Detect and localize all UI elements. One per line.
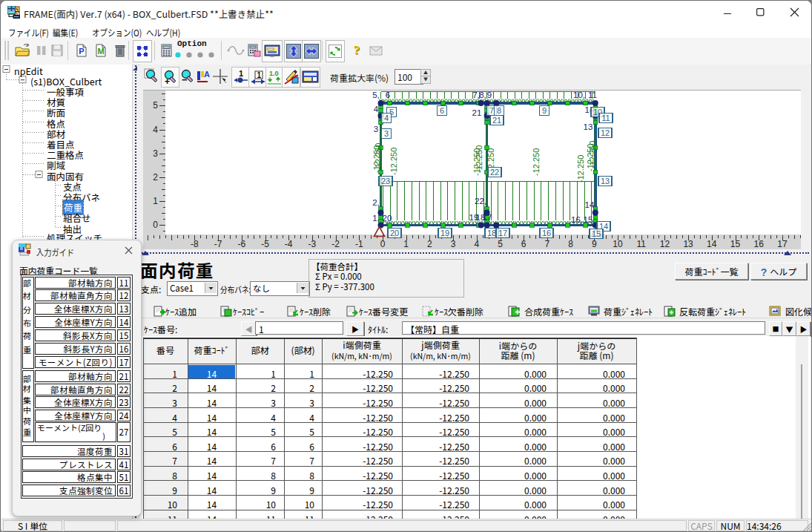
svg-text:16,: 16, xyxy=(571,215,583,224)
svg-text:1.0: 1.0 xyxy=(269,70,279,77)
svg-text:18: 18 xyxy=(487,229,496,237)
svg-text:2,: 2, xyxy=(372,198,380,207)
svg-text:-7: -7 xyxy=(214,239,222,249)
svg-text:11: 11 xyxy=(601,114,610,122)
svg-text:3: 3 xyxy=(384,129,389,138)
svg-text:2: 2 xyxy=(153,172,158,183)
svg-text:20: 20 xyxy=(390,229,399,237)
svg-text:3: 3 xyxy=(451,239,456,249)
svg-text:13: 13 xyxy=(683,239,693,249)
svg-text:7: 7 xyxy=(545,239,550,249)
svg-text:-5: -5 xyxy=(261,239,269,249)
svg-text:-12.250: -12.250 xyxy=(532,148,541,176)
svg-text:15: 15 xyxy=(592,229,601,238)
svg-text:7: 7 xyxy=(489,106,494,115)
svg-text:4: 4 xyxy=(374,105,379,114)
svg-text:-12.250: -12.250 xyxy=(475,145,483,173)
svg-text:17: 17 xyxy=(483,213,492,222)
svg-text:9: 9 xyxy=(592,239,597,249)
svg-text:1: 1 xyxy=(239,69,243,78)
svg-text:15: 15 xyxy=(730,239,741,249)
svg-text:19: 19 xyxy=(440,229,449,237)
svg-text:8,: 8, xyxy=(479,91,486,99)
svg-text:11: 11 xyxy=(588,91,597,99)
svg-text:15: 15 xyxy=(584,215,593,224)
svg-text:12: 12 xyxy=(660,239,670,249)
svg-text:2: 2 xyxy=(427,239,432,249)
svg-text:8: 8 xyxy=(568,239,573,249)
svg-text:-4: -4 xyxy=(285,239,293,249)
svg-text:1: 1 xyxy=(257,71,261,79)
svg-text:21: 21 xyxy=(492,116,501,125)
svg-text:5,: 5, xyxy=(372,91,380,99)
svg-text:22: 22 xyxy=(490,168,499,177)
svg-text:-12.250: -12.250 xyxy=(389,148,398,175)
svg-text:-12.250: -12.250 xyxy=(588,141,597,168)
svg-text:16: 16 xyxy=(754,239,765,249)
svg-text:0: 0 xyxy=(380,239,386,249)
svg-text:-2: -2 xyxy=(331,239,340,249)
svg-text:P: P xyxy=(79,47,84,56)
svg-text:6: 6 xyxy=(440,106,444,115)
svg-text:1,: 1, xyxy=(372,214,380,223)
svg-text:9: 9 xyxy=(487,91,492,99)
svg-text:16: 16 xyxy=(542,229,551,237)
svg-text:1: 1 xyxy=(153,196,158,206)
svg-text:−: − xyxy=(182,74,188,85)
svg-text:14: 14 xyxy=(585,200,595,209)
svg-text:-6: -6 xyxy=(237,239,245,249)
svg-text:21: 21 xyxy=(472,108,482,117)
svg-text:10: 10 xyxy=(613,239,623,249)
svg-text:-3: -3 xyxy=(308,239,317,249)
svg-text:-12.250: -12.250 xyxy=(576,155,585,183)
svg-text:13: 13 xyxy=(601,177,610,185)
svg-text:4: 4 xyxy=(384,114,389,122)
svg-text:10,: 10, xyxy=(573,91,585,99)
svg-text:23: 23 xyxy=(381,177,390,185)
svg-text:0: 0 xyxy=(153,220,158,230)
svg-text:3: 3 xyxy=(153,148,158,159)
svg-text:M: M xyxy=(97,47,104,56)
svg-text:12: 12 xyxy=(601,128,610,137)
svg-text:8: 8 xyxy=(497,106,501,115)
svg-text:9: 9 xyxy=(542,106,547,115)
svg-text:14: 14 xyxy=(707,239,717,249)
svg-text:20: 20 xyxy=(383,214,392,223)
svg-text:1: 1 xyxy=(403,239,409,249)
svg-text:-12.250: -12.250 xyxy=(374,143,383,171)
svg-text:17: 17 xyxy=(777,239,788,249)
svg-text:5: 5 xyxy=(153,100,158,111)
svg-text:17: 17 xyxy=(498,229,507,237)
svg-text:+: + xyxy=(165,76,170,85)
svg-text:22,: 22, xyxy=(475,197,486,206)
svg-text:A: A xyxy=(204,70,210,79)
svg-text:6: 6 xyxy=(521,239,527,249)
svg-text:13: 13 xyxy=(584,122,593,131)
svg-text:6: 6 xyxy=(386,91,390,99)
svg-text:4: 4 xyxy=(474,239,479,249)
svg-text:4: 4 xyxy=(153,125,158,135)
svg-text:-1: -1 xyxy=(355,239,363,249)
svg-text:3: 3 xyxy=(374,125,378,134)
svg-text:5: 5 xyxy=(498,239,503,249)
svg-text:-8: -8 xyxy=(191,239,199,249)
svg-text:11: 11 xyxy=(636,239,646,249)
